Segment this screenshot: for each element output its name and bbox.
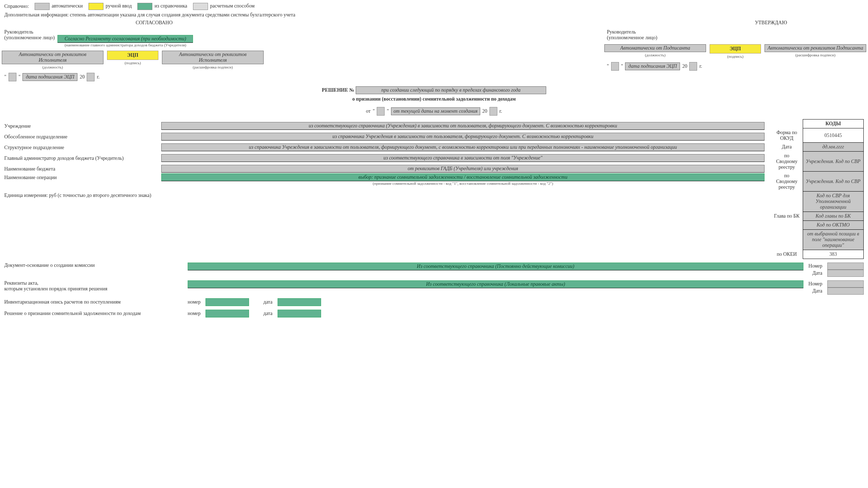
code-oper[interactable]: от выбранной позиции в поле "наименовани… (803, 230, 863, 250)
authorized-label-r: (уполномоченное лицо) (607, 35, 864, 41)
month-box[interactable]: дата подписания ЭЦП (22, 73, 77, 81)
akta-date-label: Дата (812, 288, 822, 294)
approved-title: СОГЛАСОВАНО (136, 20, 173, 25)
akta-date[interactable] (827, 288, 864, 295)
code-okei: 383 (803, 250, 863, 259)
from-year-prefix: 20 (482, 108, 487, 114)
additional-info: Дополнительная информация: степень автом… (4, 12, 864, 18)
code-label-svrupl (771, 192, 803, 212)
code-label-svr2: по Сводному реестру (771, 172, 803, 192)
approval-left: СОГЛАСОВАНО Руководитель (уполномоченное… (4, 20, 261, 81)
inv-date[interactable] (278, 298, 321, 306)
legend-prefix: Справочно: (4, 4, 29, 9)
code-bk[interactable]: Код главы по БК (803, 212, 863, 221)
lbl-decipher-r: (расшифровка подписи) (795, 53, 835, 57)
operation-note: (признание сомнительной задолженности - … (161, 181, 765, 185)
structural-label: Структурное подразделение (4, 143, 158, 151)
code-label-okei: по ОКЕИ (771, 250, 803, 259)
decision-no-field[interactable]: при создании следующий по порядку в пред… (356, 86, 546, 94)
gadb-field[interactable]: из соответствующего справочника в зависи… (161, 154, 765, 162)
right-decipher[interactable]: Автоматически от реквизитов Подписанта (765, 44, 866, 52)
day-box[interactable] (9, 73, 16, 81)
code-date[interactable]: дд.мм.гггг (803, 143, 863, 152)
akta-field[interactable]: Из соответствующего справочника (Локальн… (188, 280, 803, 288)
lbl-signature: (подпись) (125, 61, 141, 65)
reglament-field[interactable]: Согласно Регламенту согласования (при не… (57, 35, 193, 43)
year-suffix-r: г. (699, 63, 702, 69)
from-year-suffix: г. (499, 108, 502, 114)
document-title: РЕШЕНИЕ № при создании следующий по поря… (238, 86, 630, 116)
decision-no-label: РЕШЕНИЕ № (322, 87, 354, 93)
swatch-manual (88, 3, 103, 10)
left-signature[interactable]: ЭЦП (107, 51, 158, 60)
code-label-okud: Форма по ОКУД (771, 128, 803, 143)
code-okud: 0510445 (803, 128, 863, 143)
subdivision-label: Обособленное подразделение (4, 133, 158, 140)
leader-label-r: Руководитель (607, 29, 864, 35)
code-label-oper (771, 230, 803, 250)
leader-label: Руководитель (4, 29, 261, 35)
dec-date-label: дата (263, 311, 272, 316)
confirm-title: УТВЕРЖДАЮ (755, 20, 787, 25)
right-position[interactable]: Автоматически от Подписанта (604, 44, 706, 52)
legend-auto: автоматически (52, 3, 83, 9)
day-box-r[interactable] (611, 62, 619, 71)
year-prefix: 20 (80, 74, 85, 80)
structural-field[interactable]: из справочника Учреждения в зависимости … (161, 143, 765, 151)
legend-manual: ручной ввод (106, 3, 132, 9)
month-box-r[interactable]: дата подписания ЭЦП (625, 62, 680, 70)
code-label-date: Дата (771, 143, 803, 152)
swatch-calc (193, 3, 208, 10)
lbl-signature-r: (подпись) (727, 54, 743, 59)
approval-right: УТВЕРЖДАЮ Руководитель (уполномоченное л… (607, 20, 864, 81)
akta-label2: которым установлен порядок принятия реше… (4, 286, 183, 292)
akta-num[interactable] (827, 280, 864, 288)
subdivision-field[interactable]: из справочника Учреждения в зависимости … (161, 133, 765, 141)
codes-table: КОДЫ Форма по ОКУД0510445 Датадд.мм.гггг… (771, 119, 864, 259)
operation-label: Наименование операции (4, 173, 158, 181)
docbase-date-label: Дата (812, 270, 822, 276)
dec-date[interactable] (278, 310, 321, 317)
right-signature[interactable]: ЭЦП (710, 44, 761, 54)
right-sign-date: "" дата подписания ЭЦП 20 г. (607, 62, 864, 71)
authorized-label: (уполномоченное лицо) (4, 35, 55, 41)
legend-ref: из справочника (154, 3, 187, 9)
left-sign-date: "" дата подписания ЭЦП 20 г. (4, 73, 261, 81)
dec-num[interactable] (205, 310, 249, 317)
inventory-label: Инвентаризационная опись расчетов по пос… (4, 299, 183, 305)
budget-label: Наименование бюджета (4, 165, 158, 172)
year-prefix-r: 20 (682, 63, 687, 69)
institution-field[interactable]: из соответствующего справочника (Учрежде… (161, 122, 765, 130)
operation-field[interactable]: выбор: признание сомнительной задолженно… (161, 173, 765, 181)
akta-label1: Реквизиты акта, (4, 280, 183, 286)
lbl-position: (должность) (42, 65, 63, 69)
year-box-r[interactable] (689, 62, 697, 71)
docbase-date[interactable] (827, 270, 864, 277)
institution-label: Учреждение (4, 122, 158, 129)
inv-num[interactable] (205, 298, 249, 306)
from-month[interactable]: от текущей даты на момент создания (391, 107, 480, 115)
docbase-num[interactable] (827, 263, 864, 270)
code-svr1[interactable]: Учреждения. Код по СВР (803, 152, 863, 172)
code-label-bk: Глава по БК (771, 212, 803, 221)
year-suffix: г. (97, 74, 100, 80)
codes-header: КОДЫ (803, 120, 863, 128)
gadb-label: Главный администратор доходов бюджета (У… (4, 154, 158, 161)
decision-subtitle: о признании (восстановлении) сомнительно… (352, 96, 516, 102)
code-svrupl[interactable]: Код по СВР для Уполномоченной организаци… (803, 192, 863, 212)
legend-calc: расчетным способом (210, 3, 255, 9)
left-position[interactable]: Автоматически от реквизитов Исполнителя (2, 51, 103, 64)
swatch-auto (35, 3, 50, 10)
from-year[interactable] (489, 107, 497, 116)
code-oktmo[interactable]: Код по ОКТМО (803, 221, 863, 230)
left-decipher[interactable]: Автоматически от реквизитов Исполнителя (162, 51, 264, 64)
decision-label: Решение о признании сомнительной задолже… (4, 311, 183, 316)
year-box[interactable] (87, 73, 95, 81)
budget-field[interactable]: от реквизитов ГАДБ (Учредителя) или учре… (161, 165, 765, 173)
code-svr2[interactable]: Учреждения. Код по СВР (803, 172, 863, 192)
from-day[interactable] (377, 107, 385, 116)
docbase-field[interactable]: Из соответствующего справочника (Постоян… (188, 263, 803, 270)
unit-label: Единица измерения: руб (с точностью до в… (4, 193, 765, 198)
akta-num-label: Номер (808, 281, 822, 287)
docbase-label: Документ-основание о создании комиссии (4, 263, 183, 268)
